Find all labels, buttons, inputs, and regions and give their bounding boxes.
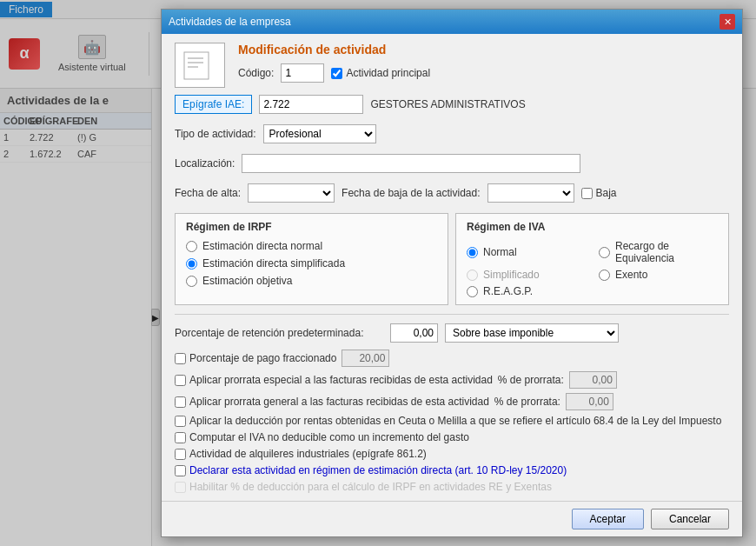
modal-content: Modificación de actividad Código: Activi… [162, 34, 742, 501]
pago-fraccionado-checkbox-label[interactable]: Porcentaje de pago fraccionado [175, 352, 336, 364]
fecha-alta-select[interactable] [248, 183, 335, 203]
retencion-input[interactable] [390, 323, 438, 343]
alquileres-checkbox-label[interactable]: Actividad de alquileres industriales (ep… [175, 448, 427, 460]
localizacion-input[interactable] [242, 154, 580, 173]
doc-header: Modificación de actividad Código: Activi… [175, 43, 729, 88]
prorrata-especial-pct-label: % de prorrata: [498, 374, 564, 386]
irpf-radio-1[interactable] [186, 258, 197, 270]
epigrafe-input[interactable] [259, 95, 363, 114]
computar-iva-checkbox-label[interactable]: Computar el IVA no deducible como un inc… [175, 431, 469, 443]
svg-rect-3 [188, 66, 198, 68]
iva-option-0-label: Normal [483, 246, 517, 258]
baja-label: Baja [596, 187, 617, 199]
iva-option-0[interactable]: Normal [467, 240, 586, 264]
aceptar-button[interactable]: Aceptar [572, 509, 644, 529]
fecha-baja-label: Fecha de baja de la actividad: [342, 187, 480, 199]
irpf-option-2[interactable]: Estimación objetiva [186, 275, 437, 287]
prorrata-general-pct-label: % de prorrata: [494, 396, 560, 408]
deduccion-ceuta-checkbox[interactable] [175, 416, 186, 427]
svg-rect-0 [184, 52, 209, 79]
alquileres-checkbox[interactable] [175, 449, 186, 460]
habilitar-deduccion-checkbox-label[interactable]: Habilitar % de deducción para el cálculo… [175, 481, 552, 493]
iva-radio-3[interactable] [599, 270, 610, 281]
alquileres-label: Actividad de alquileres industriales (ep… [189, 448, 427, 460]
prorrata-general-input[interactable] [566, 393, 613, 410]
irpf-radio-group: Estimación directa normal Estimación dir… [186, 240, 437, 287]
actividad-principal-checkbox[interactable] [331, 68, 342, 79]
fecha-alta-label: Fecha de alta: [175, 187, 241, 199]
prorrata-especial-label: Aplicar prorrata especial a las facturas… [189, 374, 493, 386]
iva-radio-2[interactable] [467, 270, 478, 281]
iva-option-4-label: R.E.A.G.P. [483, 285, 533, 297]
prorrata-general-checkbox-label[interactable]: Aplicar prorrata general a las facturas … [175, 396, 489, 408]
regimen-iva-title: Régimen de IVA [467, 221, 718, 233]
actividad-principal-checkbox-label[interactable]: Actividad principal [331, 67, 430, 79]
irpf-option-1-label: Estimación directa simplificada [202, 257, 345, 270]
estimacion-directa-checkbox-label[interactable]: Declarar esta actividad en régimen de es… [175, 464, 567, 476]
iva-grid: Normal Recargo de Equivalencia Simplific… [467, 240, 718, 297]
pago-fraccionado-checkbox[interactable] [175, 353, 186, 364]
iva-radio-1[interactable] [599, 247, 610, 258]
option-deduccion-ceuta: Aplicar la deducción por rentas obtenida… [175, 415, 729, 427]
irpf-option-0[interactable]: Estimación directa normal [186, 240, 437, 252]
regime-container: Régimen de IRPF Estimación directa norma… [175, 213, 729, 305]
regimen-irpf-title: Régimen de IRPF [186, 221, 437, 233]
irpf-option-2-label: Estimación objetiva [202, 275, 292, 287]
option-alquileres: Actividad de alquileres industriales (ep… [175, 448, 729, 460]
epigrafe-button[interactable]: Epígrafe IAE: [175, 95, 252, 114]
modal-title: Actividades de la empresa [169, 16, 291, 28]
tipo-actividad-row: Tipo de actividad: Profesional Empresari… [175, 124, 729, 143]
options-section: Porcentaje de pago fraccionado Aplicar p… [175, 350, 729, 493]
iva-radio-4[interactable] [467, 286, 478, 297]
retencion-label: Porcentaje de retención predeterminada: [175, 327, 383, 339]
modal-titlebar: Actividades de la empresa ✕ [162, 10, 742, 34]
prorrata-especial-checkbox-label[interactable]: Aplicar prorrata especial a las facturas… [175, 374, 493, 386]
cancelar-button[interactable]: Cancelar [651, 509, 729, 529]
fecha-baja-select[interactable] [487, 183, 574, 203]
irpf-radio-2[interactable] [186, 276, 197, 287]
codigo-input[interactable] [281, 63, 324, 83]
iva-option-1[interactable]: Recargo de Equivalencia [599, 240, 718, 264]
option-prorrata-especial: Aplicar prorrata especial a las facturas… [175, 371, 729, 389]
prorrata-especial-input[interactable] [569, 371, 617, 389]
estimacion-directa-checkbox[interactable] [175, 465, 186, 476]
modal-close-button[interactable]: ✕ [720, 14, 735, 30]
deduccion-ceuta-checkbox-label[interactable]: Aplicar la deducción por rentas obtenida… [175, 415, 721, 427]
habilitar-deduccion-checkbox[interactable] [175, 482, 186, 493]
pago-fraccionado-input[interactable] [342, 350, 389, 367]
computar-iva-label: Computar el IVA no deducible como un inc… [189, 431, 469, 443]
separator-1 [175, 314, 729, 315]
computar-iva-checkbox[interactable] [175, 432, 186, 443]
iva-option-1-label: Recargo de Equivalencia [615, 240, 718, 264]
epigrafe-row: Epígrafe IAE: GESTORES ADMINISTRATIVOS [175, 95, 729, 114]
option-computar-iva: Computar el IVA no deducible como un inc… [175, 431, 729, 443]
iva-option-2[interactable]: Simplificado [467, 269, 586, 281]
codigo-label: Código: [238, 67, 274, 79]
form-subtitle: Modificación de actividad [238, 43, 430, 57]
prorrata-general-checkbox[interactable] [175, 396, 186, 408]
option-estimacion-directa: Declarar esta actividad en régimen de es… [175, 464, 729, 476]
pago-fraccionado-label: Porcentaje de pago fraccionado [189, 352, 336, 364]
prorrata-especial-checkbox[interactable] [175, 375, 186, 386]
tipo-actividad-select[interactable]: Profesional Empresarial Agrícola [263, 124, 376, 143]
baja-checkbox[interactable] [581, 188, 593, 199]
prorrata-general-label: Aplicar prorrata general a las facturas … [189, 396, 489, 408]
modal-footer: Aceptar Cancelar [162, 501, 742, 536]
iva-radio-0[interactable] [467, 247, 478, 258]
deduccion-ceuta-label: Aplicar la deducción por rentas obtenida… [189, 415, 721, 427]
regimen-iva-box: Régimen de IVA Normal Recargo de Equival… [455, 213, 729, 305]
irpf-option-1[interactable]: Estimación directa simplificada [186, 257, 437, 270]
iva-option-4[interactable]: R.E.A.G.P. [467, 285, 586, 297]
option-habilitar-deduccion: Habilitar % de deducción para el cálculo… [175, 481, 729, 493]
iva-option-2-label: Simplificado [483, 269, 540, 281]
option-prorrata-general: Aplicar prorrata general a las facturas … [175, 393, 729, 410]
iva-option-3-label: Exento [615, 269, 647, 281]
localizacion-label: Localización: [175, 157, 235, 170]
irpf-radio-0[interactable] [186, 241, 197, 252]
baja-checkbox-label[interactable]: Baja [581, 187, 617, 199]
irpf-option-0-label: Estimación directa normal [202, 240, 322, 252]
estimacion-directa-label: Declarar esta actividad en régimen de es… [189, 464, 567, 476]
svg-rect-1 [188, 57, 203, 59]
retencion-dropdown[interactable]: Sobre base imponible Sobre cuota [445, 323, 619, 343]
iva-option-3[interactable]: Exento [599, 269, 718, 281]
